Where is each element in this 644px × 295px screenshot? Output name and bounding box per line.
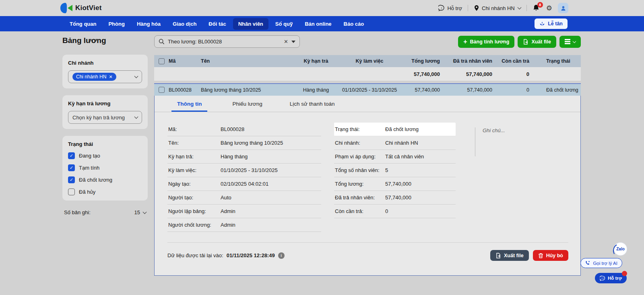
nav-phong[interactable]: Phòng [103,18,130,30]
field-label: Mã: [168,126,221,132]
tab-lich-su-thanh-toan[interactable]: Lịch sử thanh toán [287,96,337,112]
col-con-can-tra[interactable]: Còn cần trả [500,58,535,64]
notes-area[interactable]: Ghi chú... [475,127,505,156]
nav-so-quy[interactable]: Sổ quỹ [270,18,298,30]
summary-paid: 57,740,000 [440,71,500,77]
col-ky-han-tra[interactable]: Kỳ hạn trả [293,58,339,64]
period-filter-select[interactable]: Chọn kỳ hạn trả lương [68,111,142,124]
field-value: Bảng lương tháng 10/2025 [221,140,283,146]
column-options-button[interactable] [559,36,581,48]
search-options-caret-icon[interactable] [291,41,295,43]
plus-icon: + [463,39,467,45]
page-title: Bảng lương [62,36,148,45]
tab-thong-tin[interactable]: Thông tin [171,96,207,112]
row-code: BL000028 [169,87,201,93]
search-input[interactable] [168,39,281,45]
period-filter-card: Kỳ hạn trả lương Chọn kỳ hạn trả lương [62,95,148,129]
help-bubble-icon: ! [438,5,445,11]
search-icon [159,39,165,45]
row-working-period: 01/10/2025 - 31/10/2025 [339,87,400,93]
zalo-button[interactable]: Zalo [614,243,627,255]
main-content: ✕ + Bảng tính lương Xuất file Mã Tên Kỳ … [154,35,581,276]
col-tong-luong[interactable]: Tổng lương [400,58,440,64]
summary-row: 57,740,000 57,740,000 0 [154,67,581,81]
col-ten[interactable]: Tên [201,58,293,64]
detail-field-tong-so-nhan-vien: Tổng số nhân viên: 5 [334,164,456,177]
checkbox-checked-icon[interactable]: ✓ [68,164,75,171]
status-filter-label: Trạng thái [68,141,142,147]
cancel-payroll-button[interactable]: Hủy bỏ [533,250,568,261]
remove-chip-icon[interactable]: ✕ [109,74,112,80]
reception-icon [539,21,545,26]
status-option-dang-tao[interactable]: ✓ Đang tạo [68,152,142,159]
export-file-button[interactable]: Xuất file [518,36,556,48]
support-label: Hỗ trợ [447,5,462,11]
detail-right-column: Trạng thái: Đã chốt lương Chi nhánh: Chi… [334,123,456,232]
create-payroll-button[interactable]: + Bảng tính lương [458,36,514,48]
nav-tong-quan[interactable]: Tổng quan [64,18,101,30]
branch-filter-select[interactable]: Chi nhánh HN ✕ [68,70,142,83]
row-remaining: 0 [500,87,535,93]
kiotviet-logo[interactable]: KiotViet [60,3,102,13]
table-header-row: Mã Tên Kỳ hạn trả Kỳ làm việc Tổng lương… [154,55,581,67]
nav-ban-online[interactable]: Bán online [299,18,336,30]
settings-gear-icon[interactable]: ⚙ [546,5,552,12]
chevron-down-icon [517,6,521,10]
select-all-checkbox[interactable] [159,58,165,64]
checkbox-checked-icon[interactable]: ✓ [68,176,75,183]
status-option-da-chot-luong[interactable]: ✓ Đã chốt lương [68,176,142,183]
support-chat-label: Hỗ trợ [608,276,622,281]
clear-search-icon[interactable]: ✕ [284,39,288,45]
status-option-label: Tạm tính [79,165,99,171]
field-label: Còn cần trả: [335,208,385,214]
col-ma[interactable]: Mã [169,58,201,64]
status-filter-card: Trạng thái ✓ Đang tạo ✓ Tạm tính ✓ Đã ch… [62,136,148,201]
status-option-tam-tinh[interactable]: ✓ Tạm tính [68,164,142,171]
table-row-bl000028[interactable]: BL000028 Bảng lương tháng 10/2025 Hàng t… [154,83,581,96]
user-avatar[interactable] [558,3,568,13]
checkbox-unchecked-icon[interactable] [68,188,75,195]
field-label: Kỳ làm việc: [168,167,221,173]
chevron-down-icon [143,210,147,214]
field-label: Tổng lương: [335,181,385,187]
nav-hang-hoa[interactable]: Hàng hóa [132,18,166,30]
nav-giao-dich[interactable]: Giao dịch [167,18,202,30]
col-da-tra-nhan-vien[interactable]: Đã trả nhân viên [440,58,500,64]
row-checkbox[interactable] [159,87,165,93]
nav-bao-cao[interactable]: Báo cáo [339,18,369,30]
detail-field-ky-lam-viec: Kỳ làm việc: 01/10/2025 - 31/10/2025 [167,164,321,177]
records-select[interactable]: 15 [134,209,146,215]
notifications-button[interactable]: 8 [533,4,541,12]
nav-doi-tac[interactable]: Đối tác [203,18,231,30]
tab-phieu-luong[interactable]: Phiếu lương [230,96,264,112]
checkbox-checked-icon[interactable]: ✓ [68,152,75,159]
detail-field-ten: Tên: Bảng lương tháng 10/2025 [167,136,321,150]
detail-export-button[interactable]: Xuất file [490,250,529,261]
nav-nhan-vien[interactable]: Nhân viên [233,18,268,30]
field-value: 57,740,000 [385,195,411,201]
info-icon[interactable]: i [278,252,285,259]
support-notification-dot [622,271,627,276]
detail-panel: Thông tin Phiếu lương Lịch sử thanh toán… [154,96,581,276]
support-chat-button[interactable]: Hỗ trợ [595,273,627,283]
branch-selector[interactable]: Chi nhánh HN [474,5,521,11]
period-filter-label: Kỳ hạn trả lương [68,100,142,107]
col-ky-lam-viec[interactable]: Kỳ làm việc [339,58,400,64]
ai-assistant-call-button[interactable]: Gọi trợ lý AI [580,258,622,268]
field-label: Phạm vi áp dụng: [335,154,385,160]
kiotviet-logo-icon [60,3,72,13]
support-menu[interactable]: ! Hỗ trợ [438,5,462,11]
field-label: Chi nhánh: [335,140,385,146]
field-value: 0 [385,208,388,214]
field-label: Ngày tạo: [168,181,221,187]
status-option-da-huy[interactable]: Đã hủy [68,188,142,195]
row-name: Bảng lương tháng 10/2025 [201,87,293,93]
col-trang-thai[interactable]: Trạng thái [535,58,581,64]
search-box[interactable]: ✕ [154,35,300,48]
reception-button[interactable]: Lễ tân [535,18,568,29]
field-label: Kỳ hạn trả: [168,154,221,160]
field-value: Admin [221,222,235,228]
top-header: KiotViet ! Hỗ trợ Chi nhánh HN 8 ⚙ [0,0,644,16]
field-value: 57,740,000 [385,181,411,187]
detail-field-con-can-tra: Còn cần trả: 0 [334,205,456,218]
